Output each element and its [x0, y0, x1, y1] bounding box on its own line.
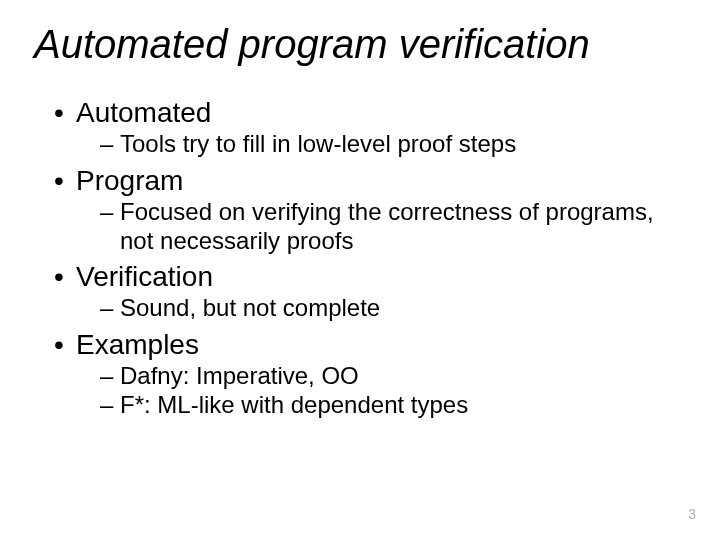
sub-item: –Focused on verifying the correctness of…	[100, 198, 686, 256]
sub-item: –F*: ML-like with dependent types	[100, 391, 686, 420]
sub-item: –Tools try to fill in low-level proof st…	[100, 130, 686, 159]
list-item: •Automated –Tools try to fill in low-lev…	[54, 95, 686, 159]
bullet-list: •Automated –Tools try to fill in low-lev…	[34, 95, 686, 420]
slide-title: Automated program verification	[34, 22, 686, 67]
sub-item: –Sound, but not complete	[100, 294, 686, 323]
list-item: •Examples –Dafny: Imperative, OO –F*: ML…	[54, 327, 686, 420]
item-label: Examples	[76, 329, 199, 360]
item-label: Program	[76, 165, 183, 196]
item-label: Verification	[76, 261, 213, 292]
sub-item: –Dafny: Imperative, OO	[100, 362, 686, 391]
page-number: 3	[688, 506, 696, 522]
list-item: •Verification –Sound, but not complete	[54, 259, 686, 323]
item-label: Automated	[76, 97, 211, 128]
list-item: •Program –Focused on verifying the corre…	[54, 163, 686, 256]
